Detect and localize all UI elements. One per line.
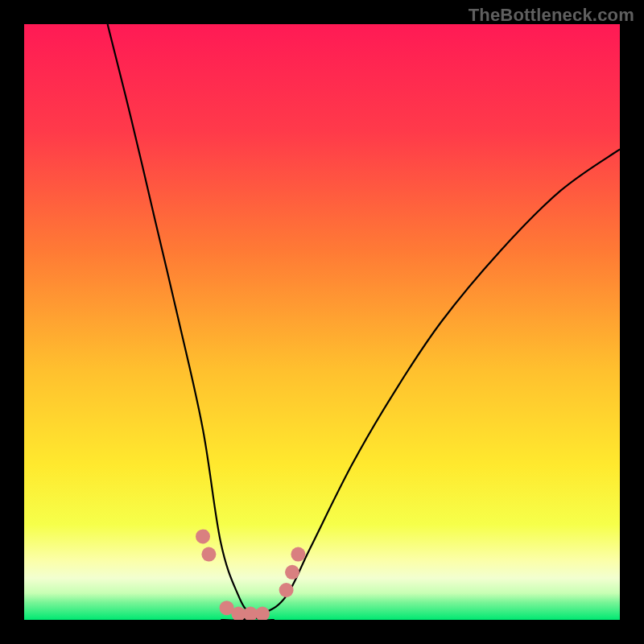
valley-marker [201, 547, 216, 562]
curve-right-branch [221, 149, 620, 620]
valley-marker [196, 529, 210, 543]
valley-marker [285, 565, 299, 580]
curve-left-branch [108, 24, 275, 620]
bottleneck-curve [24, 24, 620, 620]
plot-area [24, 24, 620, 620]
valley-markers [196, 529, 305, 620]
valley-marker [279, 583, 294, 597]
valley-marker [291, 547, 305, 562]
chart-frame: TheBottleneck.com [0, 0, 644, 644]
valley-marker [255, 607, 270, 620]
watermark-text: TheBottleneck.com [469, 5, 634, 26]
